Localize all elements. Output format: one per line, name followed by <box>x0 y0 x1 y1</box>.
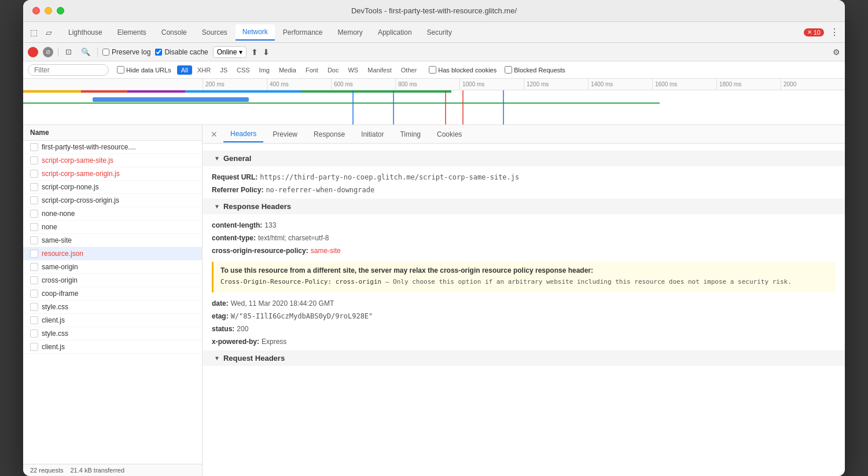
list-item[interactable]: none <box>23 221 202 234</box>
list-item[interactable]: script-corp-cross-origin.js <box>23 194 202 207</box>
triangle-icon: ▼ <box>214 203 220 210</box>
filter-js[interactable]: JS <box>216 65 231 75</box>
minimize-button[interactable] <box>45 7 52 14</box>
corp-row: cross-origin-resource-policy: same-site <box>212 244 836 257</box>
tab-headers[interactable]: Headers <box>223 126 263 142</box>
list-item[interactable]: style.css <box>23 327 202 340</box>
settings-icon[interactable]: ⚙ <box>833 47 840 57</box>
tab-cookies[interactable]: Cookies <box>430 127 469 142</box>
filter-input[interactable] <box>28 64 109 76</box>
list-item[interactable]: client.js <box>23 340 202 354</box>
cursor-icon[interactable]: ⬚ <box>28 27 39 38</box>
has-blocked-cookies-label[interactable]: Has blocked cookies <box>429 66 496 74</box>
hide-data-urls-label[interactable]: Hide data URLs <box>117 66 171 74</box>
tab-memory[interactable]: Memory <box>331 25 370 40</box>
tab-console[interactable]: Console <box>155 25 194 40</box>
filter-other[interactable]: Other <box>397 65 421 75</box>
file-icon <box>30 290 38 298</box>
more-menu-icon[interactable]: ⋮ <box>829 27 840 38</box>
record-button[interactable] <box>28 47 38 57</box>
warning-code-line: Cross-Origin-Resource-Policy: cross-orig… <box>220 278 829 285</box>
tab-elements[interactable]: Elements <box>111 25 153 40</box>
timeline-content[interactable] <box>23 90 845 125</box>
has-blocked-cookies-checkbox[interactable] <box>429 66 436 74</box>
filter-img[interactable]: Img <box>255 65 274 75</box>
date-row: date: Wed, 11 Mar 2020 18:44:20 GMT <box>212 297 836 310</box>
file-icon <box>30 156 38 164</box>
file-items: first-party-test-with-resource.... scrip… <box>23 141 202 464</box>
tab-security[interactable]: Security <box>420 25 459 40</box>
filter-manifest[interactable]: Manifest <box>363 65 396 75</box>
preserve-log-checkbox[interactable] <box>102 49 109 56</box>
file-name: same-origin <box>42 263 197 271</box>
list-item[interactable]: none-none <box>23 207 202 221</box>
tab-lighthouse[interactable]: Lighthouse <box>61 25 109 40</box>
close-button[interactable] <box>32 7 40 14</box>
list-item-selected[interactable]: resource.json <box>23 247 202 261</box>
list-item[interactable]: same-site <box>23 234 202 247</box>
download-icon[interactable]: ⬇ <box>263 47 270 57</box>
tab-initiator[interactable]: Initiator <box>354 127 391 142</box>
triangle-icon: ▼ <box>214 355 220 361</box>
svg-rect-5 <box>93 97 249 102</box>
list-item[interactable]: same-origin <box>23 261 202 274</box>
stop-button[interactable]: ⊘ <box>43 47 53 57</box>
hide-data-urls-checkbox[interactable] <box>117 66 124 74</box>
tab-performance[interactable]: Performance <box>276 25 330 40</box>
list-item[interactable]: coop-iframe <box>23 287 202 301</box>
list-item[interactable]: cross-origin <box>23 274 202 287</box>
filter-xhr[interactable]: XHR <box>193 65 215 75</box>
tab-application[interactable]: Application <box>371 25 419 40</box>
blocked-requests-label[interactable]: Blocked Requests <box>505 66 565 74</box>
toolbar-icons: ⬚ ▱ <box>28 27 54 38</box>
filter-font[interactable]: Font <box>301 65 322 75</box>
list-item[interactable]: script-corp-same-site.js <box>23 154 202 167</box>
request-headers-section-header[interactable]: ▼ Request Headers <box>203 350 845 366</box>
list-item[interactable]: first-party-test-with-resource.... <box>23 141 202 154</box>
filter-ws[interactable]: WS <box>344 65 362 75</box>
referrer-policy-row: Referrer Policy: no-referrer-when-downgr… <box>212 184 836 196</box>
tab-response[interactable]: Response <box>307 127 352 142</box>
general-section-header[interactable]: ▼ General <box>203 151 845 166</box>
file-name: script-corp-same-origin.js <box>42 170 197 178</box>
upload-icon[interactable]: ⬆ <box>251 47 258 57</box>
tab-bar-right: ✕ 10 ⋮ <box>804 27 840 38</box>
status-value: 200 <box>237 325 248 333</box>
requests-count: 22 requests <box>30 467 63 474</box>
list-item[interactable]: style.css <box>23 301 202 314</box>
chevron-down-icon: ▾ <box>239 48 242 56</box>
file-icon <box>30 183 38 191</box>
disable-cache-checkbox[interactable] <box>155 49 162 56</box>
file-icon <box>30 343 38 351</box>
tab-network[interactable]: Network <box>236 24 275 41</box>
tab-sources[interactable]: Sources <box>195 25 234 40</box>
status-row: status: 200 <box>212 323 836 335</box>
blocked-requests-checkbox[interactable] <box>505 66 512 74</box>
throttle-select[interactable]: Online ▾ <box>213 46 247 58</box>
filter-icon[interactable]: ⊡ <box>63 46 74 57</box>
list-item[interactable]: script-corp-same-origin.js <box>23 167 202 181</box>
filter-css[interactable]: CSS <box>233 65 254 75</box>
svg-rect-4 <box>301 90 451 93</box>
main-tabs: Lighthouse Elements Console Sources Netw… <box>61 24 804 41</box>
maximize-button[interactable] <box>57 7 64 14</box>
list-item[interactable]: script-corp-none.js <box>23 181 202 194</box>
filter-doc[interactable]: Doc <box>323 65 343 75</box>
tab-timing[interactable]: Timing <box>393 127 428 142</box>
disable-cache-label[interactable]: Disable cache <box>155 48 208 56</box>
request-url-value[interactable]: https://third-party-no-coep.glitch.me/sc… <box>260 173 519 181</box>
mark-800: 800 ms <box>395 79 459 90</box>
file-name: client.js <box>42 343 197 351</box>
preserve-log-label[interactable]: Preserve log <box>102 48 150 56</box>
response-headers-section-header[interactable]: ▼ Response Headers <box>203 199 845 214</box>
close-detail-button[interactable]: ✕ <box>207 129 221 140</box>
filter-all[interactable]: All <box>177 65 192 75</box>
tab-preview[interactable]: Preview <box>266 127 304 142</box>
mobile-icon[interactable]: ▱ <box>43 27 54 38</box>
search-icon[interactable]: 🔍 <box>79 46 93 57</box>
list-item[interactable]: client.js <box>23 314 202 327</box>
filter-media[interactable]: Media <box>275 65 300 75</box>
etag-row: etag: W/"85-I1lI6GczMydbABS0yD/9roL928E" <box>212 310 836 323</box>
mark-1000: 1000 ms <box>459 79 524 90</box>
error-badge[interactable]: ✕ 10 <box>804 28 824 36</box>
